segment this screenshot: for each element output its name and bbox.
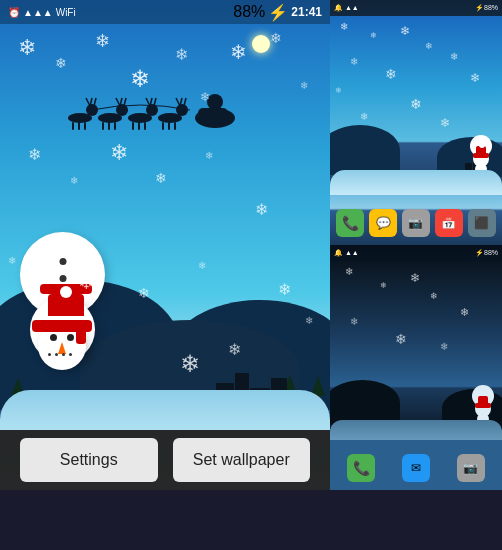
- santa-sleigh: [60, 80, 240, 140]
- alarm-icon: ⏰: [8, 7, 20, 18]
- status-icons-right: 88% ⚡ 21:41: [233, 3, 322, 22]
- svg-rect-10: [132, 122, 134, 130]
- svg-point-16: [86, 104, 98, 116]
- snowman-scarf-end: [76, 322, 86, 344]
- snowflake-6: ❄: [200, 90, 210, 104]
- svg-line-28: [154, 98, 156, 106]
- snowflake-18: ❄: [138, 285, 150, 301]
- svg-rect-8: [108, 122, 110, 130]
- snowflake-14: ❄: [205, 150, 213, 161]
- svg-rect-4: [72, 122, 74, 130]
- mini-battery-2: ⚡88%: [475, 249, 498, 257]
- snowflake-9: ❄: [300, 80, 308, 91]
- snowflake-11: ❄: [70, 175, 78, 186]
- svg-rect-15: [174, 122, 176, 130]
- snowflake-20: ❄: [278, 280, 291, 299]
- svg-line-23: [116, 98, 120, 106]
- snowflake-3: ❄: [95, 30, 110, 52]
- main-preview: ⏰ ▲▲▲ WiFi 88% ⚡ 21:41: [0, 0, 330, 490]
- lock-dock: 📞 ✉ 📷: [330, 454, 502, 482]
- svg-point-19: [176, 104, 188, 116]
- right-bottom-preview: 🔔 ▲▲ ⚡88%: [330, 245, 502, 490]
- svg-rect-12: [144, 122, 146, 130]
- snowflake-12: ❄: [110, 140, 128, 166]
- snowflake-5: ❄: [175, 45, 188, 64]
- svg-line-29: [176, 98, 180, 106]
- mini-snow-scene: ❄ ❄ ❄ ❄ ❄ ❄ ❄ ❄ ❄ ❄ ❄ ❄: [330, 16, 502, 195]
- mini-dock-phone: 📞: [336, 209, 364, 237]
- status-icons-left: ⏰ ▲▲▲ WiFi: [8, 7, 76, 18]
- svg-line-25: [124, 98, 126, 106]
- status-bar: ⏰ ▲▲▲ WiFi 88% ⚡ 21:41: [0, 0, 330, 24]
- charging-icon: ⚡: [268, 3, 288, 22]
- mini-dock-msg: 💬: [369, 209, 397, 237]
- svg-rect-11: [138, 122, 140, 130]
- mini-dock-cam: 📷: [402, 209, 430, 237]
- lock-dock-cam: 📷: [457, 454, 485, 482]
- mini-dock-apps: ⬛: [468, 209, 496, 237]
- mini-battery: ⚡88%: [475, 4, 498, 12]
- snowflake-4: ❄: [130, 65, 150, 93]
- svg-line-20: [86, 98, 90, 106]
- svg-rect-13: [162, 122, 164, 130]
- mini-snowman-lock: [472, 385, 494, 425]
- snowflake-21: ❄: [180, 350, 200, 378]
- right-top-preview: 🔔 ▲▲ ⚡88%: [330, 0, 502, 245]
- svg-rect-35: [208, 108, 223, 120]
- svg-rect-6: [84, 122, 86, 130]
- bottom-buttons: Settings Set wallpaper: [0, 430, 330, 490]
- svg-line-22: [94, 98, 96, 106]
- snowflake-7: ❄: [230, 40, 247, 64]
- snowflake-8: ❄: [270, 30, 282, 46]
- svg-rect-14: [168, 122, 170, 130]
- snowflake-15: ❄: [255, 200, 268, 219]
- lock-screen-bg: ❄ ❄ ❄ ❄ ❄ ❄ ❄ ❄: [330, 261, 502, 440]
- mini-status-bar-top: 🔔 ▲▲ ⚡88%: [330, 0, 502, 16]
- snowflake-13: ❄: [155, 170, 167, 186]
- snowflake-17: ❄: [78, 270, 95, 294]
- snowflake-19: ❄: [198, 260, 206, 271]
- svg-rect-9: [114, 122, 116, 130]
- wifi-icon: WiFi: [56, 7, 76, 18]
- snowman: [20, 232, 105, 430]
- lock-dock-email: ✉: [402, 454, 430, 482]
- svg-rect-7: [102, 122, 104, 130]
- settings-button[interactable]: Settings: [20, 438, 158, 482]
- moon: [252, 35, 270, 53]
- svg-rect-5: [78, 122, 80, 130]
- snowflake-1: ❄: [18, 35, 36, 61]
- status-time: 21:41: [291, 5, 322, 19]
- battery-pct: 88%: [233, 3, 265, 21]
- mini-status-icons: 🔔 ▲▲: [334, 4, 359, 12]
- mini-status-bar-bottom: 🔔 ▲▲ ⚡88%: [330, 245, 502, 261]
- snowflake-10: ❄: [28, 145, 41, 164]
- snowflake-22: ❄: [228, 340, 241, 359]
- svg-line-31: [184, 98, 186, 106]
- snow-scene: ❄ ❄ ❄ ❄ ❄ ❄ ❄ ❄ ❄ ❄ ❄ ❄ ❄ ❄ ❄ ❄ ❄ ❄ ❄ ❄ …: [0, 0, 330, 490]
- snowflake-2: ❄: [55, 55, 67, 71]
- mini-status-icons-2: 🔔 ▲▲: [334, 249, 359, 257]
- mini-dock-cal: 📅: [435, 209, 463, 237]
- right-panel: 🔔 ▲▲ ⚡88%: [330, 0, 502, 490]
- snowflake-16: ❄: [8, 255, 16, 266]
- mini-snowman-right: [470, 135, 492, 175]
- app-container: ⏰ ▲▲▲ WiFi 88% ⚡ 21:41: [0, 0, 502, 550]
- signal-icon: ▲▲▲: [23, 7, 53, 18]
- snowflake-23: ❄: [305, 315, 313, 326]
- mini-app-dock: 📞 💬 📷 📅 ⬛: [330, 209, 502, 237]
- lock-dock-phone: 📞: [347, 454, 375, 482]
- set-wallpaper-button[interactable]: Set wallpaper: [173, 438, 311, 482]
